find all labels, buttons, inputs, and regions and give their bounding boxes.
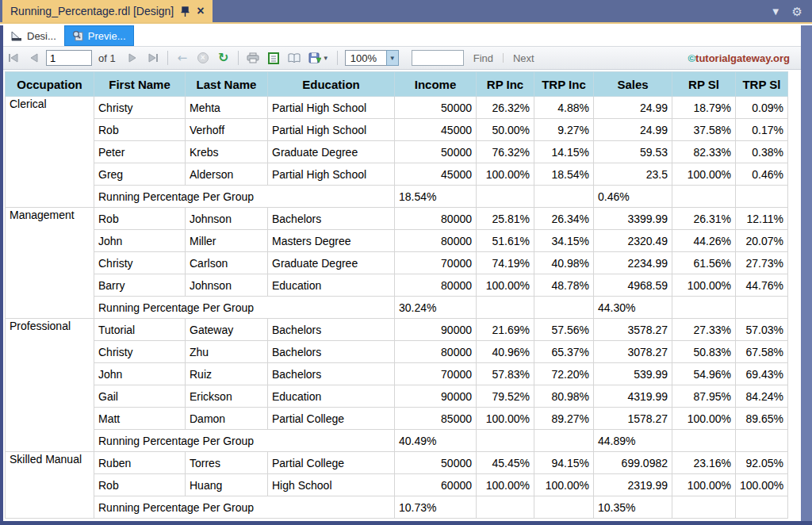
last-name-cell: Huang [186,474,268,496]
document-tab[interactable]: Running_Percentage.rdl [Design] × [2,0,213,22]
subtotal-row: Running Percentage Per Group40.49%44.89% [6,430,788,452]
sales-cell: 4319.99 [594,385,672,408]
design-icon [11,31,23,41]
back-button[interactable]: ← [174,49,191,67]
education-cell: High School [268,474,395,496]
subtotal-row: Running Percentage Per Group30.24%44.30% [6,297,788,319]
tab-design[interactable]: Desi... [3,25,64,46]
trp-inc-cell: 80.98% [534,385,594,408]
trp-inc-cell: 57.56% [534,319,594,341]
last-name-cell: Zhu [186,341,268,363]
rp-inc-cell: 100.00% [477,163,534,186]
trp-inc-cell: 72.20% [534,363,594,385]
page-number-input[interactable] [46,50,92,66]
trp-sl-cell: 0.09% [736,97,788,119]
rp-sl-cell: 26.31% [672,208,736,230]
table-row: GregAldersonPartial High School45000100.… [6,163,788,186]
education-cell: Bachelors [268,341,395,363]
stop-button[interactable]: × [194,49,212,67]
column-header-first-name: First Name [94,72,186,97]
rp-inc-cell: 76.32% [477,141,534,163]
first-name-cell: Rob [94,208,186,230]
table-row: RobVerhoffPartial High School4500050.00%… [6,119,788,141]
rp-sl-cell: 18.79% [672,97,736,119]
document-tab-title: Running_Percentage.rdl [Design] [10,5,174,17]
table-row: JohnMillerMasters Degree8000051.61%34.15… [6,230,788,252]
gear-icon[interactable]: ⚙ [792,6,802,17]
trp-sl-cell: 100.00% [736,474,788,496]
previous-page-button[interactable] [25,49,43,67]
column-header-rp-inc: RP Inc [477,72,534,97]
trp-sl-cell: 12.11% [736,208,788,230]
table-row: ProfessionalTutorialGatewayBachelors9000… [6,319,788,341]
page-setup-button[interactable] [285,49,303,67]
subtotal-rp-inc-cell [477,297,534,319]
zoom-select[interactable]: 100% ▼ [345,50,399,66]
rp-inc-cell: 21.69% [477,319,534,341]
subtotal-rp-sl-cell [672,430,736,452]
chevron-down-icon[interactable]: ▼ [771,6,781,17]
table-row: RobHuangHigh School60000100.00%100.00%23… [6,474,788,496]
sales-cell: 3399.99 [594,208,672,230]
education-cell: Partial High School [268,163,395,186]
column-header-income: Income [395,72,477,97]
zoom-dropdown-caret[interactable]: ▼ [386,50,399,66]
first-page-button[interactable] [5,49,22,67]
trp-sl-cell: 44.76% [736,274,788,297]
education-cell: Education [268,274,395,297]
rp-sl-cell: 54.96% [672,363,736,385]
print-button[interactable] [244,49,262,67]
last-name-cell: Ruiz [186,363,268,385]
sales-cell: 539.99 [594,363,672,385]
export-dropdown-caret[interactable]: ▼ [323,55,329,62]
subtotal-rp-inc-cell [477,430,534,452]
find-input[interactable] [412,50,464,66]
trp-inc-cell: 18.54% [534,163,594,186]
table-row: ManagementRobJohnsonBachelors8000025.81%… [6,208,788,230]
education-cell: Partial College [268,408,395,430]
last-page-button[interactable] [144,49,162,67]
subtotal-income-cell: 18.54% [395,186,477,208]
next-page-button[interactable] [124,49,141,67]
subtotal-row: Running Percentage Per Group10.73%10.35% [6,496,788,519]
subtotal-trp-inc-cell [534,186,594,208]
first-name-cell: Barry [94,274,186,297]
subtotal-label-cell: Running Percentage Per Group [94,430,395,452]
income-cell: 50000 [395,97,477,119]
education-cell: Partial High School [268,97,395,119]
trp-sl-cell: 69.43% [736,363,788,385]
window-border-bottom [0,521,812,525]
trp-inc-cell: 48.78% [534,274,594,297]
income-cell: 80000 [395,341,477,363]
pin-icon[interactable] [181,6,190,17]
find-button[interactable]: Find [473,52,493,64]
subtotal-trp-sl-cell [736,496,788,519]
last-name-cell: Alderson [186,163,268,186]
trp-inc-cell: 40.98% [534,252,594,274]
rp-sl-cell: 27.33% [672,319,736,341]
print-layout-button[interactable] [265,49,282,67]
trp-sl-cell: 0.17% [736,119,788,141]
rp-sl-cell: 87.95% [672,385,736,408]
close-icon[interactable]: × [197,5,204,17]
column-header-education: Education [268,72,395,97]
last-name-cell: Johnson [186,208,268,230]
education-cell: Bachelors [268,319,395,341]
income-cell: 70000 [395,363,477,385]
tab-preview[interactable]: Previe... [64,25,134,46]
refresh-button[interactable]: ↻ [215,49,232,67]
trp-inc-cell: 4.88% [534,97,594,119]
education-cell: Masters Degree [268,230,395,252]
sales-cell: 2319.99 [594,474,672,496]
rp-sl-cell: 23.16% [672,452,736,474]
income-cell: 90000 [395,319,477,341]
export-button[interactable]: ▼ [306,49,331,67]
sales-cell: 699.0982 [594,452,672,474]
report-toolbar: of 1 ← × ↻ ▼ 100% ▼ Find [0,46,812,70]
table-row: GailEricksonEducation9000079.52%80.98%43… [6,385,788,408]
document-tab-bar: Running_Percentage.rdl [Design] × ▼ ⚙ [0,0,812,24]
income-cell: 60000 [395,474,477,496]
find-next-button[interactable]: Next [513,52,534,64]
first-name-cell: Rob [94,474,186,496]
trp-sl-cell: 67.58% [736,341,788,363]
